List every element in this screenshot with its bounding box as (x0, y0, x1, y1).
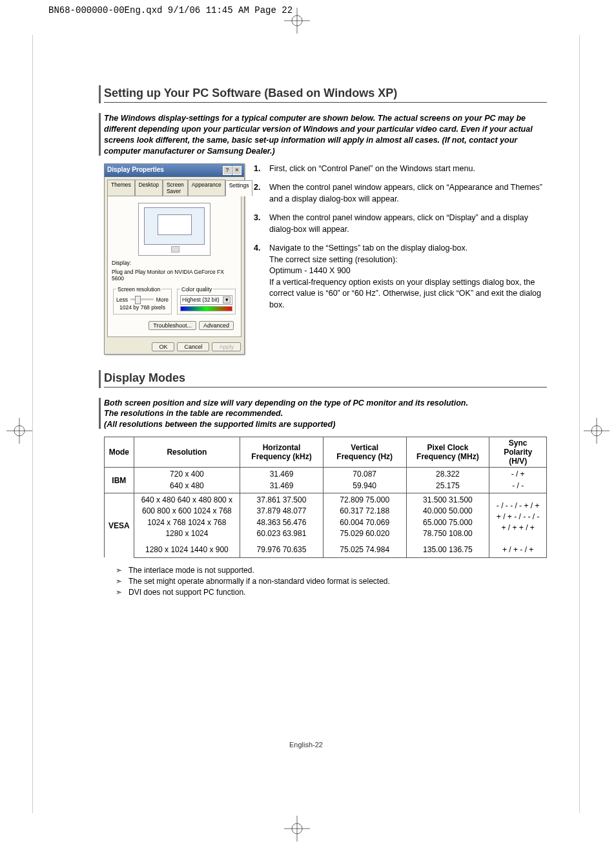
th-resolution: Resolution (134, 437, 240, 468)
step-3: 3.When the control panel window appears,… (254, 212, 547, 235)
cell-sync: - / - - / - + / + + / + - / - - / - + / … (489, 493, 547, 541)
th-pclk: Pixel Clock Frequency (MHz) (406, 437, 489, 468)
section2-intro: Both screen position and size will vary … (104, 398, 547, 431)
step-text: When the control panel window appears, c… (269, 212, 547, 235)
th-vfreq: Vertical Frequency (Hz) (323, 437, 406, 468)
tab-appearance[interactable]: Appearance (188, 180, 225, 196)
cell-sync: + / + - / + (489, 541, 547, 557)
cell-vfreq: 70.087 59.940 (323, 468, 406, 493)
registration-mark-left-icon (6, 418, 32, 444)
cell-hfreq: 79.976 70.635 (240, 541, 323, 557)
table-row-ibm: IBM 720 x 400 640 x 480 31.469 31.469 70… (105, 468, 547, 493)
cell-resolution: 720 x 400 640 x 480 (134, 468, 240, 493)
step-text: First, click on “Control Panel” on the W… (269, 163, 547, 175)
display-label: Display: (112, 260, 237, 266)
cell-pclk: 28.322 25.175 (406, 468, 489, 493)
section2-title: Display Modes (104, 371, 547, 388)
dialog-title: Display Properties (107, 166, 164, 175)
help-icon[interactable]: ? (223, 166, 232, 175)
step-num: 3. (254, 212, 269, 235)
step-num: 4. (254, 243, 269, 311)
tab-screensaver[interactable]: Screen Saver (163, 180, 188, 196)
cell-pclk: 31.500 31.500 40.000 50.000 65.000 75.00… (406, 493, 489, 541)
notes-list: The interlace mode is not supported. The… (104, 566, 547, 597)
tab-desktop[interactable]: Desktop (135, 180, 163, 196)
page-number: English-22 (33, 741, 579, 749)
ok-button[interactable]: OK (152, 342, 174, 351)
resolution-slider[interactable] (130, 298, 154, 300)
setup-steps: 1.First, click on “Control Panel” on the… (254, 163, 547, 355)
cell-pclk: 135.00 136.75 (406, 541, 489, 557)
troubleshoot-button[interactable]: Troubleshoot... (149, 321, 196, 330)
color-quality-legend: Color quality (180, 286, 213, 293)
table-row-vesa: VESA 640 x 480 640 x 480 800 x 600 800 x… (105, 493, 547, 541)
display-value: Plug and Play Monitor on NVIDIA GeForce … (112, 269, 237, 282)
note-item: The interlace mode is not supported. (116, 566, 547, 575)
cell-resolution: 640 x 480 640 x 480 800 x 600 800 x 600 … (134, 493, 240, 541)
section1-title: Setting up Your PC Software (Based on Wi… (104, 87, 547, 103)
apply-button[interactable]: Apply (212, 342, 241, 351)
dropdown-arrow-icon: ▾ (223, 296, 231, 304)
display-modes-table: Mode Resolution Horizontal Frequency (kH… (104, 437, 547, 558)
color-quality-select[interactable]: Highest (32 bit) ▾ (180, 295, 232, 305)
step-num: 2. (254, 182, 269, 205)
slider-more-label: More (156, 296, 169, 303)
step-1: 1.First, click on “Control Panel” on the… (254, 163, 547, 175)
advanced-button[interactable]: Advanced (199, 321, 234, 330)
cancel-button[interactable]: Cancel (177, 342, 209, 351)
table-row-vesa-2: 1280 x 1024 1440 x 900 79.976 70.635 75.… (105, 541, 547, 557)
th-mode: Mode (105, 437, 134, 468)
window-buttons: ?× (222, 166, 241, 175)
cell-mode: IBM (105, 468, 134, 493)
step-2: 2.When the control panel window appears,… (254, 182, 547, 205)
page-content: Setting up Your PC Software (Based on Wi… (32, 35, 580, 813)
display-properties-dialog: Display Properties ?× Themes Desktop Scr… (104, 163, 245, 355)
slider-less-label: Less (116, 296, 128, 303)
cell-vfreq: 75.025 74.984 (323, 541, 406, 557)
note-item: DVI does not support PC function. (116, 588, 547, 597)
cell-hfreq: 31.469 31.469 (240, 468, 323, 493)
cell-resolution: 1280 x 1024 1440 x 900 (134, 541, 240, 557)
th-sync: Sync Polarity (H/V) (489, 437, 547, 468)
color-quality-value: Highest (32 bit) (182, 296, 220, 304)
cell-hfreq: 37.861 37.500 37.879 48.077 48.363 56.47… (240, 493, 323, 541)
th-hfreq: Horizontal Frequency (kHz) (240, 437, 323, 468)
tab-settings[interactable]: Settings (225, 180, 253, 196)
monitor-preview-icon (138, 203, 210, 256)
close-icon[interactable]: × (232, 166, 241, 175)
registration-mark-right-icon (584, 418, 610, 444)
cell-vfreq: 72.809 75.000 60.317 72.188 60.004 70.06… (323, 493, 406, 541)
resolution-value: 1024 by 768 pixels (116, 304, 169, 311)
step-text: Navigate to the “Settings” tab on the di… (269, 243, 547, 311)
step-num: 1. (254, 163, 269, 175)
screen-res-legend: Screen resolution (116, 286, 161, 293)
registration-mark-top-icon (284, 8, 310, 34)
step-text: When the control panel window appears, c… (269, 182, 547, 205)
section1-intro: The Windows display-settings for a typic… (104, 113, 547, 157)
step-4: 4.Navigate to the “Settings” tab on the … (254, 243, 547, 311)
tab-themes[interactable]: Themes (107, 180, 135, 196)
cell-sync: - / + - / - (489, 468, 547, 493)
registration-mark-bottom-icon (284, 816, 310, 842)
note-item: The set might operate abnormally if a no… (116, 577, 547, 586)
cell-mode: VESA (105, 493, 134, 557)
